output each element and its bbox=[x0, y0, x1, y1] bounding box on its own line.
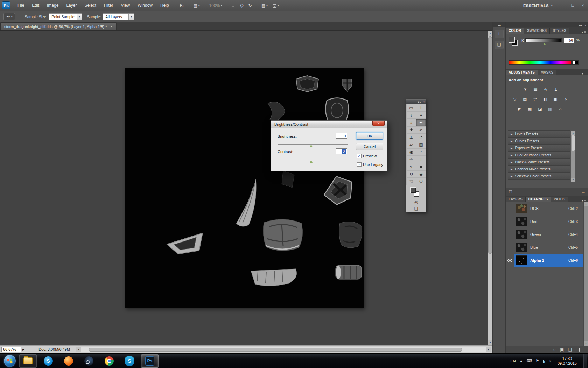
taskbar-skype[interactable]: S bbox=[121, 354, 138, 368]
tool-gradient[interactable]: ▥ bbox=[416, 141, 426, 148]
screen-mode-toggle[interactable]: ❏ bbox=[406, 205, 426, 212]
language-indicator[interactable]: EN bbox=[510, 359, 516, 363]
tab-swatches[interactable]: SWATCHES bbox=[524, 28, 550, 34]
dialog-titlebar[interactable]: Brightness/Contrast ✕ bbox=[271, 121, 387, 128]
foreground-color-swatch[interactable] bbox=[411, 188, 416, 193]
minimize-button[interactable]: – bbox=[558, 2, 568, 9]
menu-layer[interactable]: Layer bbox=[62, 0, 80, 11]
tool-dodge[interactable]: ◔ bbox=[416, 148, 426, 156]
tool-lasso[interactable]: ℓ bbox=[406, 111, 416, 119]
preset-curves[interactable]: ▶ Curves Presets bbox=[508, 137, 570, 145]
menu-file[interactable]: File bbox=[14, 0, 28, 11]
arrange-documents-button[interactable]: ▦ ▾ bbox=[259, 3, 270, 8]
channel-row-green[interactable]: Green Ctrl+4 bbox=[506, 228, 583, 241]
visibility-toggle[interactable] bbox=[506, 254, 514, 267]
scroll-down-arrow[interactable]: ▼ bbox=[488, 340, 492, 345]
horizontal-scrollbar-thumb[interactable] bbox=[89, 348, 462, 352]
restore-button[interactable]: ❐ bbox=[568, 2, 578, 9]
canvas[interactable]: ▶▶ ✕ ▭ ✛ ℓ ✦ # ✒ ✚ ✐ ⊥ ↺ ▱ ▥ ◉ ◔ ✑ T ↖ ■… bbox=[0, 31, 488, 345]
brightness-contrast-dialog[interactable]: Brightness/Contrast ✕ Brightness: 0 OK C… bbox=[271, 120, 387, 171]
visibility-toggle[interactable] bbox=[506, 228, 514, 241]
brightness-slider[interactable] bbox=[278, 144, 348, 145]
brightness-slider-handle[interactable] bbox=[310, 145, 313, 147]
horizontal-scrollbar[interactable]: ◀ ▶ bbox=[76, 347, 491, 352]
taskbar-photoshop[interactable]: Ps bbox=[141, 354, 159, 368]
channel-thumbnail[interactable] bbox=[516, 243, 527, 252]
tool-rectangular-marquee[interactable]: ▭ bbox=[406, 104, 416, 111]
tools-palette[interactable]: ▶▶ ✕ ▭ ✛ ℓ ✦ # ✒ ✚ ✐ ⊥ ↺ ▱ ▥ ◉ ◔ ✑ T ↖ ■… bbox=[406, 99, 426, 212]
load-channel-selection-icon[interactable]: ◌ bbox=[553, 347, 556, 352]
tool-spot-healing-brush[interactable]: ✚ bbox=[406, 126, 416, 134]
volume-icon[interactable]: ♪ bbox=[549, 359, 551, 363]
zoom-percentage-field[interactable]: 66,67% bbox=[1, 347, 21, 352]
chevron-down-icon[interactable]: ▾ bbox=[128, 14, 134, 20]
tool-crop[interactable]: # bbox=[406, 119, 416, 126]
taskbar-explorer[interactable] bbox=[19, 354, 37, 368]
preview-checkbox[interactable]: ✓ bbox=[357, 154, 362, 158]
adjustment-threshold-icon[interactable]: ◪ bbox=[536, 105, 544, 113]
adjustment-curves-icon[interactable]: ∿ bbox=[541, 86, 550, 93]
expand-dock-button[interactable]: ◀◀ bbox=[493, 22, 505, 27]
adjustment-posterize-icon[interactable]: ▩ bbox=[526, 105, 534, 113]
tool-history-brush[interactable]: ↺ bbox=[416, 134, 426, 141]
screen-mode-button[interactable]: ◱ ▾ bbox=[270, 3, 281, 8]
save-selection-as-channel-icon[interactable]: ▣ bbox=[560, 347, 564, 352]
channel-thumbnail[interactable] bbox=[516, 255, 527, 265]
tab-masks[interactable]: MASKS bbox=[538, 70, 556, 75]
panel-menu-button[interactable]: ▾ ≡ bbox=[582, 199, 588, 202]
contrast-input[interactable]: 0 bbox=[336, 148, 347, 154]
launch-bridge-button[interactable]: Br bbox=[177, 3, 187, 8]
tool-blur[interactable]: ◉ bbox=[406, 148, 416, 156]
adjustment-brightness-contrast-icon[interactable]: ☀ bbox=[521, 86, 530, 93]
show-desktop-button[interactable] bbox=[583, 354, 587, 368]
rotate-view-button[interactable]: ↻ bbox=[246, 3, 254, 8]
tab-channels[interactable]: CHANNELS bbox=[526, 197, 551, 202]
use-legacy-checkbox[interactable]: ✓ bbox=[357, 162, 362, 167]
current-tool-chip[interactable]: ✒ ▾ bbox=[4, 13, 15, 20]
brightness-input[interactable]: 0 bbox=[336, 133, 347, 139]
view-extras-button[interactable]: ▦ ▾ bbox=[191, 3, 202, 8]
scroll-down-arrow[interactable]: ▼ bbox=[571, 178, 575, 182]
visibility-toggle[interactable] bbox=[506, 215, 514, 228]
tool-type[interactable]: T bbox=[416, 156, 426, 163]
collapse-to-icons-button[interactable]: ▶▶ bbox=[579, 24, 582, 26]
menu-edit[interactable]: Edit bbox=[28, 0, 43, 11]
clip-to-layer-icon[interactable]: ∞ bbox=[582, 190, 585, 194]
foreground-background-swatches[interactable] bbox=[406, 186, 426, 199]
preset-hue-saturation[interactable]: ▶ Hue/Saturation Presets bbox=[508, 151, 570, 159]
clock[interactable]: 17:30 09.07.2015 bbox=[554, 356, 580, 366]
scroll-left-arrow[interactable]: ◀ bbox=[76, 347, 81, 352]
tool-hand[interactable]: ☜ bbox=[406, 178, 416, 185]
vertical-scrollbar-thumb[interactable] bbox=[488, 36, 492, 254]
adjustment-photo-filter-icon[interactable]: ▣ bbox=[551, 96, 560, 103]
preset-exposure[interactable]: ▶ Exposure Presets bbox=[508, 144, 570, 152]
close-icon[interactable]: ✕ bbox=[423, 101, 425, 103]
close-icon[interactable]: ✕ bbox=[584, 24, 586, 26]
preset-black-white[interactable]: ▶ Black & White Presets bbox=[508, 158, 570, 166]
taskbar-chrome[interactable] bbox=[100, 354, 118, 368]
close-tab-icon[interactable]: ✕ bbox=[110, 25, 113, 28]
status-options-icon[interactable]: ▶ bbox=[22, 348, 24, 351]
channel-row-red[interactable]: Red Ctrl+3 bbox=[506, 215, 583, 228]
scroll-down-arrow[interactable]: ▼ bbox=[584, 341, 588, 346]
k-slider-handle[interactable] bbox=[543, 43, 546, 45]
menu-image[interactable]: Image bbox=[43, 0, 62, 11]
ok-button[interactable]: OK bbox=[356, 132, 383, 140]
collapsed-info-panel-icon[interactable]: ✛ bbox=[495, 30, 504, 38]
vertical-scrollbar[interactable]: ▲ ▼ bbox=[488, 31, 492, 345]
collapsed-history-panel-icon[interactable]: ❏ bbox=[495, 41, 504, 49]
k-value-field[interactable]: 56 bbox=[564, 38, 574, 43]
scroll-up-arrow[interactable]: ▲ bbox=[488, 31, 492, 36]
cancel-button[interactable]: Cancel bbox=[356, 143, 383, 150]
canvas-artwork[interactable] bbox=[125, 68, 364, 308]
preset-channel-mixer[interactable]: ▶ Channel Mixer Presets bbox=[508, 165, 570, 173]
channel-row-blue[interactable]: Blue Ctrl+5 bbox=[506, 241, 583, 254]
channel-thumbnail[interactable] bbox=[516, 217, 527, 226]
scroll-up-arrow[interactable]: ▲ bbox=[571, 131, 575, 135]
tab-paths[interactable]: PATHS bbox=[551, 197, 568, 202]
tool-move[interactable]: ✛ bbox=[416, 104, 426, 111]
chevron-down-icon[interactable]: ▾ bbox=[77, 14, 82, 20]
adjustment-channel-mixer-icon[interactable]: ◑ bbox=[561, 96, 570, 103]
panel-menu-button[interactable]: ▾ ≡ bbox=[582, 72, 588, 75]
quick-mask-button[interactable]: ◎ bbox=[406, 199, 426, 205]
